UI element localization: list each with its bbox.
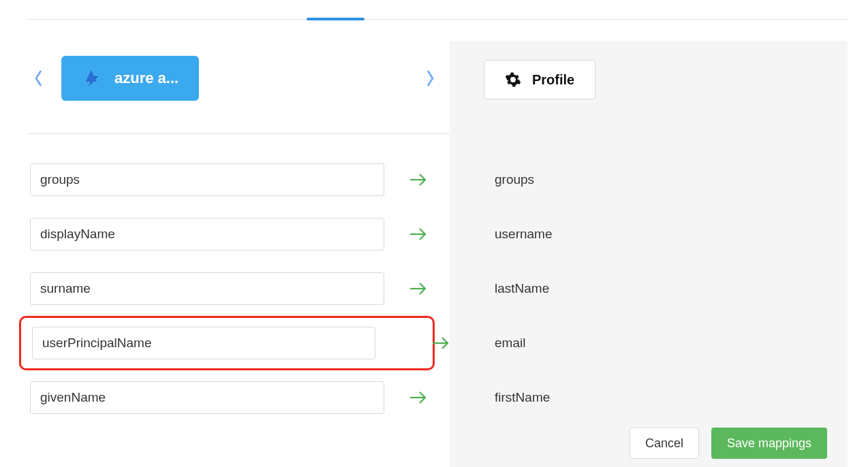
source-attribute-input[interactable] [30, 163, 384, 196]
arrow-right-icon [409, 226, 428, 242]
cancel-button[interactable]: Cancel [630, 428, 699, 459]
source-attribute-input[interactable] [32, 327, 375, 359]
target-attribute-label: firstName [495, 370, 553, 425]
arrow-right-icon [409, 389, 428, 406]
mapping-row [25, 152, 454, 207]
target-pane: Profile groupsusernamelastNameemailfirst… [450, 41, 848, 467]
source-attribute-input[interactable] [30, 218, 384, 251]
mapping-row [25, 261, 454, 316]
top-divider [27, 19, 848, 20]
save-mappings-button[interactable]: Save mappings [711, 428, 827, 459]
gear-icon [505, 71, 521, 88]
source-attribute-input[interactable] [30, 272, 384, 305]
arrow-right-icon [409, 172, 428, 188]
chevron-right-icon[interactable] [424, 67, 436, 89]
active-tab-indicator [307, 18, 365, 20]
source-attribute-input[interactable] [30, 381, 384, 414]
target-profile-label: Profile [532, 72, 574, 88]
mapping-row [25, 207, 454, 261]
footer-actions: Cancel Save mappings [630, 428, 827, 459]
target-profile-chip[interactable]: Profile [484, 60, 595, 99]
target-attribute-label: groups [495, 152, 553, 207]
mapping-rows [25, 152, 454, 425]
arrow-right-icon [409, 280, 428, 297]
target-field-list: groupsusernamelastNameemailfirstName [495, 152, 553, 425]
source-provider-label: azure a... [114, 69, 179, 87]
target-attribute-label: email [495, 316, 553, 370]
target-attribute-label: lastName [495, 261, 553, 316]
chevron-left-icon[interactable] [33, 67, 45, 89]
mapping-row [19, 316, 435, 370]
source-pane: azure a... [27, 41, 450, 116]
source-provider-chip[interactable]: azure a... [61, 56, 199, 101]
target-attribute-label: username [495, 207, 553, 261]
mapping-row [25, 370, 454, 425]
azure-logo-icon [82, 68, 102, 88]
arrow-right-icon [431, 335, 450, 351]
source-nav: azure a... [27, 41, 450, 116]
